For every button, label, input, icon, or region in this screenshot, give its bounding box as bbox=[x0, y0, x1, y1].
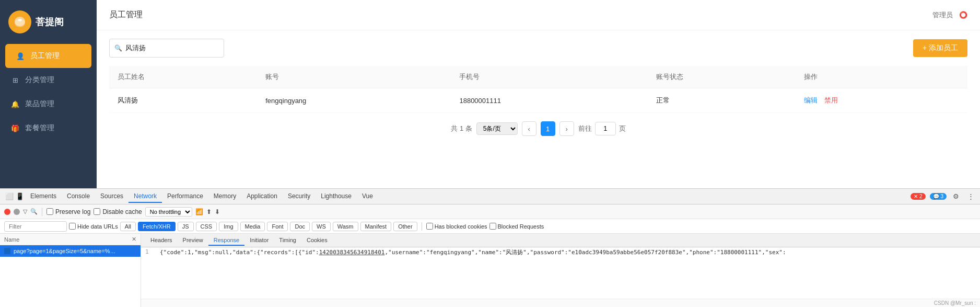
panel-tab-initiator[interactable]: Initiator bbox=[244, 235, 274, 246]
tab-memory[interactable]: Memory bbox=[208, 190, 241, 203]
prev-page-button[interactable]: ‹ bbox=[522, 121, 536, 136]
blocked-requests-input[interactable] bbox=[489, 223, 496, 230]
hide-data-urls-label: Hide data URLs bbox=[77, 223, 118, 230]
panel-tab-timing[interactable]: Timing bbox=[274, 235, 301, 246]
sidebar-item-category[interactable]: ⊞ 分类管理 bbox=[0, 68, 97, 92]
panel-tab-cookies[interactable]: Cookies bbox=[301, 235, 333, 246]
error-badge[interactable]: ✕ 2 bbox=[911, 193, 925, 200]
filter-css-btn[interactable]: CSS bbox=[196, 222, 217, 231]
response-id-value: 1420038345634918401 bbox=[319, 249, 385, 256]
tab-lighthouse[interactable]: Lighthouse bbox=[316, 190, 357, 203]
panel-tab-headers[interactable]: Headers bbox=[145, 235, 178, 246]
tab-console[interactable]: Console bbox=[62, 190, 95, 203]
devtools-tab-bar: ⬜ 📱 Elements Console Sources Network Per… bbox=[0, 189, 980, 204]
panel-tab-response[interactable]: Response bbox=[208, 235, 245, 246]
disable-cache-checkbox[interactable]: Disable cache bbox=[94, 208, 142, 215]
wifi-icon[interactable]: 📶 bbox=[195, 208, 203, 215]
tab-elements[interactable]: Elements bbox=[25, 190, 62, 203]
user-icon: ⭕ bbox=[959, 11, 967, 19]
sidebar-item-employee[interactable]: 👤 员工管理 bbox=[5, 44, 91, 68]
tab-vue[interactable]: Vue bbox=[357, 190, 378, 203]
goto-input[interactable] bbox=[595, 122, 616, 135]
page-size-select[interactable]: 5条/页 10条/页 bbox=[476, 122, 518, 135]
devtools-icon-inspect[interactable]: ⬜ bbox=[4, 191, 15, 202]
filter-wasm-btn[interactable]: Wasm bbox=[333, 222, 358, 231]
pagination: 共 1 条 5条/页 10条/页 ‹ 1 › 前往 页 bbox=[109, 113, 967, 144]
page-1-button[interactable]: 1 bbox=[541, 121, 555, 136]
employee-icon: 👤 bbox=[16, 51, 25, 61]
devtools-icon-device[interactable]: 📱 bbox=[15, 191, 25, 202]
has-blocked-label: Has blocked cookies bbox=[435, 223, 487, 230]
settings-icon[interactable]: ⚙ bbox=[951, 191, 961, 202]
panel-tab-bar: Headers Preview Response Initiator Timin… bbox=[141, 234, 980, 247]
disable-cache-input[interactable] bbox=[94, 208, 100, 215]
stop-button[interactable] bbox=[14, 209, 20, 215]
upload-icon[interactable]: ⬆ bbox=[206, 208, 212, 215]
tab-application[interactable]: Application bbox=[241, 190, 283, 203]
has-blocked-input[interactable] bbox=[426, 223, 433, 230]
col-account: 账号 bbox=[257, 66, 451, 88]
response-rest: ,"username":"fengqingyang","name":"风清扬",… bbox=[384, 249, 786, 256]
tab-security[interactable]: Security bbox=[283, 190, 316, 203]
cell-account: fengqingyang bbox=[257, 88, 451, 113]
more-icon[interactable]: ⋮ bbox=[965, 191, 976, 202]
hide-data-urls-checkbox[interactable]: Hide data URLs bbox=[69, 223, 118, 230]
filter-manifest-btn[interactable]: Manifest bbox=[360, 222, 392, 231]
response-text-content: {"code":1,"msg":null,"data":{"records":[… bbox=[160, 248, 976, 256]
response-area: Headers Preview Response Initiator Timin… bbox=[141, 234, 980, 307]
sidebar-item-dish[interactable]: 🔔 菜品管理 bbox=[0, 92, 97, 116]
search-tool-icon[interactable]: 🔍 bbox=[30, 208, 38, 215]
col-action: 操作 bbox=[796, 66, 967, 88]
preserve-log-checkbox[interactable]: Preserve log bbox=[46, 208, 90, 215]
devtools-panel: ⬜ 📱 Elements Console Sources Network Per… bbox=[0, 188, 980, 307]
download-icon[interactable]: ⬇ bbox=[215, 208, 220, 215]
filter-all-btn[interactable]: All bbox=[120, 222, 136, 231]
admin-label: 管理员 bbox=[932, 10, 953, 20]
table-row: 风清扬 fengqingyang 18800001111 正常 编辑 禁用 bbox=[109, 88, 967, 113]
filter-img-btn[interactable]: Img bbox=[219, 222, 238, 231]
sidebar-logo: 菩提阁 bbox=[0, 5, 97, 39]
network-list: Name ✕ page?page=1&pageSize=5&name=%E... bbox=[0, 234, 141, 307]
devtools-toolbar: ▽ 🔍 Preserve log Disable cache No thrott… bbox=[0, 204, 980, 219]
filter-other-btn[interactable]: Other bbox=[393, 222, 417, 231]
network-item-icon bbox=[4, 248, 10, 254]
filter-fetch-btn[interactable]: Fetch/XHR bbox=[138, 222, 176, 231]
add-employee-button[interactable]: + 添加员工 bbox=[913, 39, 967, 57]
search-icon: 🔍 bbox=[114, 44, 122, 52]
sidebar-item-package[interactable]: 🎁 套餐管理 bbox=[0, 116, 97, 140]
filter-icon[interactable]: ▽ bbox=[23, 208, 27, 215]
logo-text: 菩提阁 bbox=[36, 16, 64, 28]
edit-button[interactable]: 编辑 bbox=[804, 96, 818, 104]
devtools-right-controls: ✕ 2 💬 3 ⚙ ⋮ bbox=[911, 191, 976, 202]
network-list-header: Name ✕ bbox=[0, 234, 141, 245]
throttle-select[interactable]: No throttling bbox=[145, 207, 192, 217]
has-blocked-cookies-checkbox[interactable]: Has blocked cookies bbox=[426, 223, 487, 230]
network-item[interactable]: page?page=1&pageSize=5&name=%E... bbox=[0, 245, 141, 257]
record-button[interactable] bbox=[4, 209, 10, 215]
page-suffix: 页 bbox=[619, 124, 626, 133]
blocked-requests-checkbox[interactable]: Blocked Requests bbox=[489, 223, 544, 230]
tab-sources[interactable]: Sources bbox=[95, 190, 129, 203]
response-code-part: {"code":1,"msg":null,"data":{"records":[… bbox=[160, 249, 319, 256]
sidebar: 菩提阁 👤 员工管理 ⊞ 分类管理 🔔 菜品管理 🎁 套餐管理 bbox=[0, 0, 97, 188]
cell-actions: 编辑 禁用 bbox=[796, 88, 967, 113]
close-col: ✕ bbox=[132, 236, 136, 243]
filter-media-btn[interactable]: Media bbox=[240, 222, 265, 231]
filter-font-btn[interactable]: Font bbox=[267, 222, 288, 231]
disable-button[interactable]: 禁用 bbox=[824, 96, 838, 104]
tab-performance[interactable]: Performance bbox=[162, 190, 208, 203]
filter-input[interactable] bbox=[4, 221, 67, 232]
filter-separator bbox=[422, 222, 422, 231]
tab-network[interactable]: Network bbox=[129, 190, 162, 203]
filter-doc-btn[interactable]: Doc bbox=[290, 222, 310, 231]
warn-badge[interactable]: 💬 3 bbox=[930, 193, 947, 200]
next-page-button[interactable]: › bbox=[559, 121, 574, 136]
filter-js-btn[interactable]: JS bbox=[178, 222, 194, 231]
hide-data-urls-input[interactable] bbox=[69, 223, 76, 230]
panel-tab-preview[interactable]: Preview bbox=[178, 235, 208, 246]
sidebar-label-package: 套餐管理 bbox=[25, 123, 54, 133]
preserve-log-input[interactable] bbox=[46, 208, 53, 215]
filter-ws-btn[interactable]: WS bbox=[312, 222, 331, 231]
search-input[interactable] bbox=[109, 39, 224, 58]
response-content: 1 {"code":1,"msg":null,"data":{"records"… bbox=[141, 247, 980, 299]
